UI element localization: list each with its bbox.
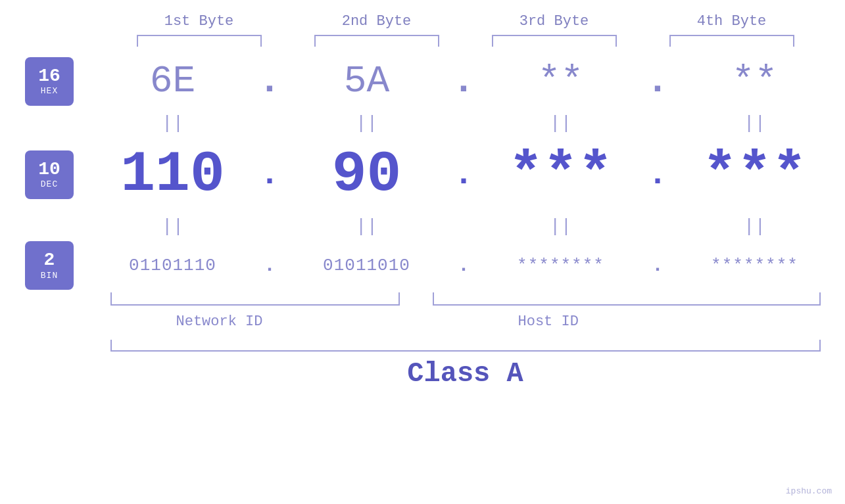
hex-row: 6E . 5A . ** . **: [92, 53, 845, 109]
byte1-header: 1st Byte: [127, 13, 272, 30]
hex-badge-number: 16: [38, 66, 60, 87]
top-brackets-row: [110, 35, 821, 47]
dec-dot3: .: [648, 156, 667, 193]
bin-b3-cell: ********: [480, 256, 641, 275]
sep2-b2: ||: [286, 216, 447, 237]
sep-row-1: || || || ||: [92, 109, 845, 137]
bracket-top-1: [137, 35, 262, 47]
byte-headers-row: 1st Byte 2nd Byte 3rd Byte 4th Byte: [110, 13, 821, 30]
bottom-brackets: [110, 292, 821, 311]
hex-b4-value: **: [732, 60, 778, 103]
sep1-b4: ||: [674, 113, 835, 133]
sep1-b3: ||: [480, 113, 641, 133]
class-label: Class A: [407, 358, 523, 390]
dec-b1-cell: 110: [92, 146, 253, 204]
host-id-label: Host ID: [518, 313, 579, 330]
sep-row-2: || || || ||: [92, 212, 845, 240]
hex-dot1: .: [258, 60, 281, 103]
network-id-label: Network ID: [176, 313, 263, 330]
hex-dot2-cell: .: [447, 60, 480, 103]
dec-b3-cell: ***: [480, 146, 641, 204]
host-id-bracket: [433, 292, 821, 306]
sep2-spacer: [25, 212, 92, 240]
bin-dot2: .: [458, 254, 470, 277]
bin-b1-value: 01101110: [129, 256, 216, 275]
dec-dot2: .: [454, 156, 473, 193]
bin-b2-cell: 01011010: [286, 256, 447, 275]
hex-b1-value: 6E: [150, 60, 196, 103]
class-label-row: Class A: [110, 358, 821, 390]
badge-bin-spacer: 2 BIN: [25, 240, 92, 291]
full-layout: 16 HEX 10 DEC 2 BIN: [0, 53, 845, 291]
hex-dot3-cell: .: [641, 60, 674, 103]
dec-dot1-cell: .: [253, 158, 286, 191]
bin-b1-cell: 01101110: [92, 256, 253, 275]
hex-b1-cell: 6E: [92, 60, 253, 103]
bin-dot3-cell: .: [641, 254, 674, 277]
dec-row: 110 . 90 . *** . ***: [92, 137, 845, 212]
dec-b4-cell: ***: [674, 146, 835, 204]
hex-badge-label: HEX: [41, 86, 58, 96]
dec-badge-number: 10: [38, 160, 60, 180]
dec-dot3-cell: .: [641, 158, 674, 191]
badges-column: 16 HEX 10 DEC 2 BIN: [0, 53, 92, 291]
sep2-b3: ||: [480, 216, 641, 237]
bin-b2-value: 01011010: [323, 256, 410, 275]
hex-badge: 16 HEX: [25, 57, 74, 106]
bin-dot1: .: [264, 254, 276, 277]
bracket-top-4: [669, 35, 794, 47]
dec-dot2-cell: .: [447, 158, 480, 191]
hex-b3-cell: **: [480, 60, 641, 103]
sep1-b1: ||: [92, 113, 253, 133]
hex-dot3: .: [646, 60, 669, 103]
sep1-spacer: [25, 109, 92, 137]
bracket-top-3: [492, 35, 617, 47]
hex-b4-cell: **: [674, 60, 835, 103]
dec-badge-label: DEC: [41, 179, 58, 189]
hex-b3-value: **: [538, 60, 584, 103]
sep1-b2: ||: [286, 113, 447, 133]
sep2-b4: ||: [674, 216, 835, 237]
badge-dec-spacer: 10 DEC: [25, 137, 92, 212]
hex-dot2: .: [452, 60, 475, 103]
hex-b2-cell: 5A: [286, 60, 447, 103]
network-id-bracket: [110, 292, 400, 306]
hex-b2-value: 5A: [344, 60, 390, 103]
bin-b3-value: ********: [517, 256, 604, 275]
values-column: 6E . 5A . ** . **: [92, 53, 845, 291]
bin-row: 01101110 . 01011010 . ******** .: [92, 240, 845, 291]
dec-b3-value: ***: [508, 142, 612, 207]
badge-hex-spacer: 16 HEX: [25, 53, 92, 109]
byte4-header: 4th Byte: [660, 13, 804, 30]
dec-dot1: .: [260, 156, 279, 193]
dec-b2-cell: 90: [286, 146, 447, 204]
dec-badge: 10 DEC: [25, 150, 74, 199]
dec-b2-value: 90: [332, 142, 402, 207]
bin-b4-cell: ********: [674, 256, 835, 275]
dec-b4-value: ***: [702, 142, 806, 207]
id-labels-row: Network ID Host ID: [110, 313, 821, 338]
bin-dot1-cell: .: [253, 254, 286, 277]
bin-b4-value: ********: [711, 256, 798, 275]
bin-dot2-cell: .: [447, 254, 480, 277]
outer-bottom-bracket: [110, 340, 821, 352]
bin-badge: 2 BIN: [25, 241, 74, 290]
hex-dot1-cell: .: [253, 60, 286, 103]
bin-dot3: .: [652, 254, 664, 277]
bin-badge-number: 2: [44, 250, 55, 271]
sep2-b1: ||: [92, 216, 253, 237]
dec-b1-value: 110: [120, 142, 224, 207]
byte2-header: 2nd Byte: [304, 13, 449, 30]
byte3-header: 3rd Byte: [482, 13, 627, 30]
main-container: 1st Byte 2nd Byte 3rd Byte 4th Byte 16 H…: [0, 0, 845, 504]
watermark: ipshu.com: [786, 486, 832, 496]
bracket-top-2: [314, 35, 439, 47]
bin-badge-label: BIN: [41, 271, 58, 281]
